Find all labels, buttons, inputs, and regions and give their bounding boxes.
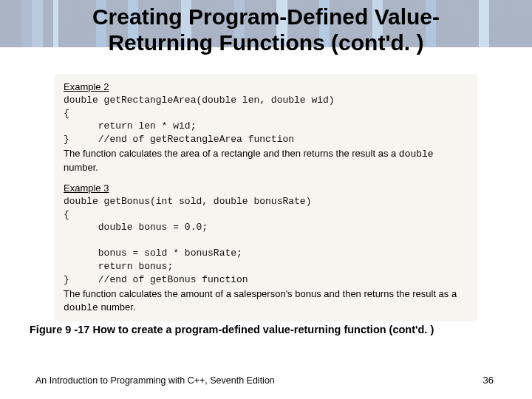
example-3-desc-mono: double bbox=[64, 302, 98, 313]
example-2-desc-pre: The function calculates the area of a re… bbox=[64, 148, 399, 159]
footer-text: An Introduction to Programming with C++,… bbox=[35, 375, 275, 386]
spacer bbox=[64, 174, 468, 181]
slide: Creating Program-Defined Value- Returnin… bbox=[0, 0, 532, 399]
example-3-desc: The function calculates the amount of a … bbox=[64, 287, 468, 314]
example-2-desc-mono: double bbox=[399, 149, 434, 160]
title-line-2: Returning Functions (cont'd. ) bbox=[108, 30, 423, 55]
example-3-code: double getBonus(int sold, double bonusRa… bbox=[64, 195, 468, 286]
figure-caption: Figure 9 -17 How to create a program-def… bbox=[30, 324, 502, 335]
example-2-desc: The function calculates the area of a re… bbox=[64, 147, 468, 174]
example-2-label: Example 2 bbox=[64, 81, 468, 92]
example-2-code: double getRectangleArea(double len, doub… bbox=[64, 94, 468, 146]
title-line-1: Creating Program-Defined Value- bbox=[92, 4, 440, 29]
slide-title: Creating Program-Defined Value- Returnin… bbox=[0, 1, 532, 55]
example-3-desc-pre: The function calculates the amount of a … bbox=[64, 288, 457, 299]
example-2-desc-post: number. bbox=[64, 162, 98, 173]
example-3-label: Example 3 bbox=[64, 183, 468, 194]
example-3-desc-post: number. bbox=[98, 301, 136, 313]
figure-box: Example 2 double getRectangleArea(double… bbox=[55, 74, 477, 321]
page-number: 36 bbox=[483, 375, 494, 386]
